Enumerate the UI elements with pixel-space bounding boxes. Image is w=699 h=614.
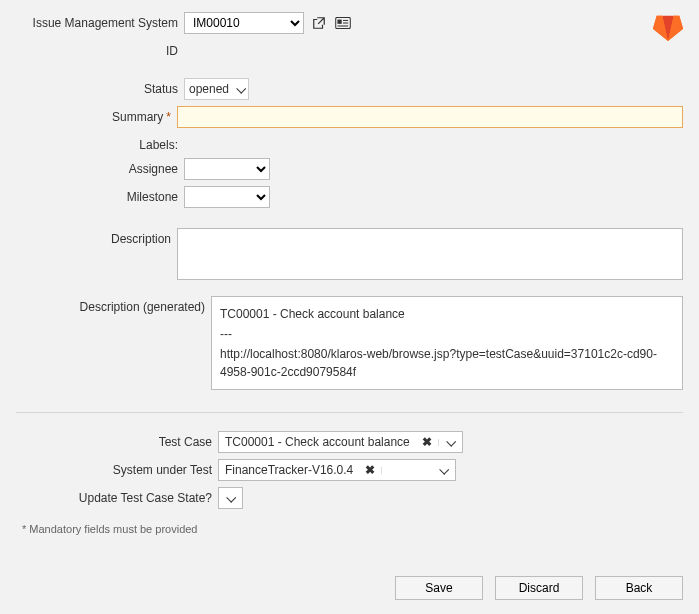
back-button[interactable]: Back <box>595 576 683 600</box>
test-case-combo[interactable]: TC00001 - Check account balance ✖ <box>218 431 463 453</box>
desc-gen-url: http://localhost:8080/klaros-web/browse.… <box>220 345 674 381</box>
description-label: Description <box>16 228 177 246</box>
chevron-down-icon <box>236 83 246 93</box>
test-case-value: TC00001 - Check account balance <box>219 435 416 449</box>
desc-gen-sep: --- <box>220 325 674 343</box>
test-case-drop[interactable] <box>438 439 462 446</box>
summary-label: Summary* <box>16 106 177 124</box>
description-generated-box: TC00001 - Check account balance --- http… <box>211 296 683 390</box>
summary-input[interactable] <box>177 106 683 128</box>
update-state-select[interactable] <box>218 487 243 509</box>
details-card-icon[interactable] <box>334 14 352 32</box>
discard-button[interactable]: Discard <box>495 576 583 600</box>
clear-icon[interactable]: ✖ <box>416 435 438 449</box>
clear-icon[interactable]: ✖ <box>359 463 381 477</box>
description-textarea[interactable] <box>177 228 683 280</box>
milestone-select[interactable] <box>184 186 270 208</box>
status-label: Status <box>16 78 184 96</box>
section-divider <box>16 412 683 413</box>
save-button[interactable]: Save <box>395 576 483 600</box>
status-select[interactable]: opened <box>184 78 249 100</box>
sut-label: System under Test <box>16 459 218 477</box>
sut-value: FinanceTracker-V16.0.4 <box>219 463 359 477</box>
gitlab-logo <box>651 10 685 45</box>
milestone-label: Milestone <box>16 186 184 204</box>
desc-gen-title: TC00001 - Check account balance <box>220 305 674 323</box>
status-value: opened <box>189 82 229 96</box>
external-link-icon[interactable] <box>310 14 328 32</box>
chevron-down-icon <box>226 492 236 502</box>
ims-label: Issue Management System <box>16 12 184 30</box>
ims-select[interactable]: IM00010 <box>184 12 304 34</box>
svg-rect-1 <box>337 20 341 24</box>
id-label: ID <box>16 40 184 58</box>
sut-drop[interactable] <box>381 467 455 474</box>
mandatory-note: * Mandatory fields must be provided <box>22 523 683 535</box>
assignee-select[interactable] <box>184 158 270 180</box>
mandatory-marker: * <box>163 110 171 124</box>
assignee-label: Assignee <box>16 158 184 176</box>
sut-combo[interactable]: FinanceTracker-V16.0.4 ✖ <box>218 459 456 481</box>
chevron-down-icon <box>446 436 456 446</box>
test-case-label: Test Case <box>16 431 218 449</box>
chevron-down-icon <box>440 464 450 474</box>
description-generated-label: Description (generated) <box>16 296 211 314</box>
update-state-label: Update Test Case State? <box>16 487 218 505</box>
labels-label: Labels: <box>16 134 184 152</box>
